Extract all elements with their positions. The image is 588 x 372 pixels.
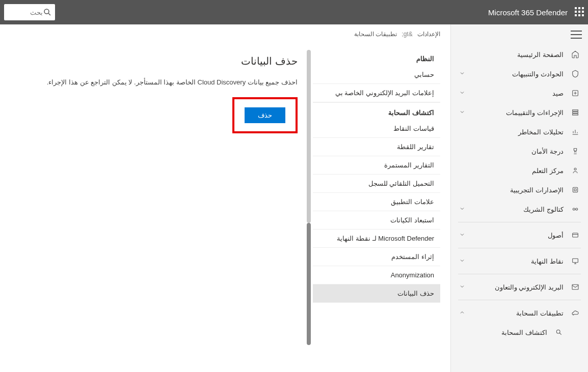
sidebar-item-label: تحليلات المخاطر (518, 128, 564, 136)
sidebar-item[interactable]: الصفحة الرئيسية (451, 45, 588, 64)
mail-icon (571, 282, 580, 292)
settings-link[interactable]: حذف البيانات (313, 284, 440, 303)
settings-link[interactable]: علامات التطبيق (313, 193, 440, 211)
page-description: احذف جميع بيانات Cloud Discovery الخاصة … (15, 78, 298, 86)
sidebar-separator (458, 274, 581, 274)
settings-link[interactable]: إثراء المستخدم (313, 248, 440, 266)
sidebar-item[interactable]: الحوادث والتنبيهات (451, 64, 588, 83)
sidebar-item[interactable]: صيد (451, 83, 588, 103)
discovery-icon (554, 328, 564, 337)
main-column: حذف البيانات احذف جميع بيانات Cloud Disc… (0, 24, 313, 372)
settings-link[interactable]: حسابي (313, 66, 440, 84)
settings-link[interactable]: التقارير المستمرة (313, 156, 440, 175)
delete-button[interactable]: حذف (245, 107, 285, 123)
sidebar-item[interactable]: البريد الإلكتروني والتعاون (451, 277, 588, 297)
sidebar-separator (458, 248, 581, 248)
svg-rect-7 (573, 233, 578, 237)
analytics-icon (571, 127, 580, 136)
settings-group-head-1: النظام (313, 50, 440, 66)
sidebar-item[interactable]: درجة الأمان (451, 141, 588, 161)
content-area: الإعدادات &gt; تطبيقات السحابة النظام حس… (0, 24, 450, 372)
sidebar-item[interactable]: الإصدارات التجريبية (451, 180, 588, 199)
chevron-down-icon (458, 90, 465, 97)
sidebar-separator (458, 300, 581, 300)
topbar-right: Microsoft 365 Defender (488, 7, 584, 17)
sidebar-subitem[interactable]: اكتشاف السحابة (451, 323, 588, 342)
settings-scrollbar[interactable] (307, 50, 311, 223)
chevron-down-icon (458, 70, 465, 77)
assets-icon (571, 231, 580, 240)
sidebar-item-label: كتالوج الشريك (523, 206, 564, 213)
svg-point-3 (574, 168, 576, 170)
settings-column: النظام حسابيإعلامات البريد الإلكتروني ال… (313, 50, 440, 372)
svg-rect-9 (572, 284, 578, 289)
search-box[interactable] (4, 4, 55, 20)
svg-point-10 (556, 330, 560, 333)
waffle-icon[interactable] (574, 7, 584, 17)
settings-link[interactable]: Anonymization (313, 266, 440, 284)
settings-group-head-2: اكتشاف السحابة (313, 102, 440, 120)
chevron-down-icon (458, 206, 465, 213)
sidebar-item[interactable]: تحليلات المخاطر (451, 122, 588, 141)
sidebar-item-label: البريد الإلكتروني والتعاون (495, 283, 564, 291)
settings-link[interactable]: استبعاد الكيانات (313, 211, 440, 230)
learn-icon (571, 166, 580, 175)
search-input[interactable] (12, 9, 43, 16)
sidebar-separator (458, 222, 581, 222)
sidebar-item[interactable]: نقاط النهاية (451, 251, 588, 271)
breadcrumb-sep: &gt; (402, 31, 412, 38)
sidebar-item-label: اكتشاف السحابة (501, 329, 547, 336)
sidebar-item[interactable]: تطبيقات السحابة (451, 303, 588, 323)
chevron-down-icon (458, 257, 465, 265)
sidebar-item-label: الصفحة الرئيسية (517, 51, 564, 59)
sidebar-item-label: الإصدارات التجريبية (510, 186, 564, 194)
sidebar-item-label: الحوادث والتنبيهات (512, 70, 564, 78)
main-layout: الصفحة الرئيسيةالحوادث والتنبيهاتصيدالإج… (0, 24, 588, 372)
trial-icon (571, 185, 580, 194)
hamburger-icon[interactable] (571, 31, 582, 39)
breadcrumb: الإعدادات &gt; تطبيقات السحابة (354, 31, 440, 38)
sidebar-item[interactable]: أصول (451, 225, 588, 245)
sidebar-item-label: أصول (548, 232, 564, 239)
settings-link[interactable]: Microsoft Defender لـ نقطة النهاية (313, 230, 440, 248)
search-icon (43, 8, 52, 17)
sidebar-item[interactable]: مركز التعلم (451, 161, 588, 180)
top-bar: Microsoft 365 Defender (0, 0, 588, 24)
actions-icon (571, 108, 580, 117)
svg-rect-4 (573, 187, 577, 192)
breadcrumb-part2[interactable]: تطبيقات السحابة (354, 31, 397, 38)
home-icon (571, 50, 580, 59)
endpoints-icon (571, 256, 580, 266)
partner-icon (571, 205, 580, 214)
svg-rect-8 (573, 259, 578, 262)
sidebar-item[interactable]: الإجراءات والتقييمات (451, 103, 588, 122)
svg-point-0 (44, 9, 49, 14)
sidebar-item-label: صيد (552, 90, 564, 97)
breadcrumb-part1[interactable]: الإعدادات (417, 31, 440, 38)
sidebar-item-label: تطبيقات السحابة (516, 309, 564, 317)
sidebar-item[interactable]: كتالوج الشريك (451, 199, 588, 219)
hunt-icon (571, 89, 580, 98)
sidebar-item-label: درجة الأمان (531, 148, 564, 155)
chevron-down-icon (458, 283, 465, 291)
svg-point-5 (573, 208, 575, 210)
svg-point-6 (576, 208, 578, 210)
chevron-down-icon (458, 109, 465, 116)
chevron-down-icon (458, 232, 465, 239)
sidebar-item-label: الإجراءات والتقييمات (506, 109, 564, 117)
svg-line-1 (48, 13, 50, 15)
settings-link[interactable]: التحميل التلقائي للسجل (313, 175, 440, 193)
settings-link[interactable]: قياسات النقاط (313, 120, 440, 138)
sidebar-item-label: مركز التعلم (532, 167, 564, 175)
trophy-icon (571, 147, 580, 156)
shield-icon (571, 69, 580, 78)
settings-link[interactable]: تقارير اللقطة (313, 138, 440, 156)
highlight-box: حذف (232, 97, 298, 133)
chevron-up-icon (458, 309, 465, 317)
app-title: Microsoft 365 Defender (488, 8, 568, 17)
sidebar: الصفحة الرئيسيةالحوادث والتنبيهاتصيدالإج… (450, 24, 588, 372)
settings-link[interactable]: إعلامات البريد الإلكتروني الخاصة بي (313, 84, 440, 102)
cloud-icon (571, 308, 580, 318)
page-title: حذف البيانات (15, 55, 298, 67)
sidebar-item-label: نقاط النهاية (531, 257, 564, 265)
